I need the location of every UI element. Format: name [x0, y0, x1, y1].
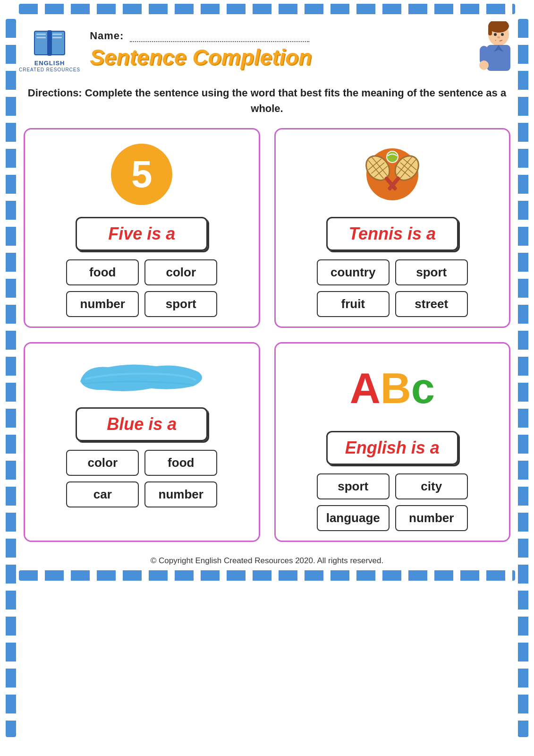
tennis-sentence-text: Tennis is a: [348, 224, 436, 243]
english-sentence-text: English is a: [345, 438, 440, 457]
english-option-sport[interactable]: sport: [317, 473, 390, 499]
footer: © Copyright English Created Resources 20…: [19, 556, 515, 570]
card-tennis-image: [355, 139, 430, 210]
english-option-language[interactable]: language: [317, 505, 390, 531]
svg-rect-3: [36, 34, 46, 35]
svg-rect-9: [488, 26, 492, 35]
blue-sentence-box: Blue is a: [76, 407, 208, 441]
tennis-option-country[interactable]: country: [317, 259, 390, 285]
tennis-sentence-box: Tennis is a: [326, 217, 458, 251]
abc-letter-c: c: [411, 365, 435, 412]
book-icon: [31, 26, 68, 60]
number-five-circle: 5: [111, 144, 172, 205]
abc-icon: ABc: [350, 367, 435, 410]
logo-line2: CREATED RESOURCES: [19, 67, 80, 73]
english-option-number[interactable]: number: [395, 505, 468, 531]
abc-letter-b: B: [381, 365, 411, 412]
tennis-options: country sport fruit street: [317, 259, 468, 317]
card-blue: Blue is a color food car number: [24, 342, 260, 542]
english-options: sport city language number: [317, 473, 468, 531]
svg-rect-6: [52, 37, 62, 38]
logo-label: ENGLISH CREATED RESOURCES: [19, 60, 80, 73]
tennis-option-sport[interactable]: sport: [395, 259, 468, 285]
abc-letter-a: A: [350, 365, 381, 412]
card-five-image: 5: [104, 139, 179, 210]
card-english: ABc English is a sport city language num…: [274, 342, 511, 542]
card-five: 5 Five is a food color number sport: [24, 128, 260, 328]
card-blue-image: [34, 353, 249, 400]
five-option-food[interactable]: food: [66, 259, 139, 285]
header: ENGLISH CREATED RESOURCES Name: Sentence…: [19, 14, 515, 80]
five-options: food color number sport: [66, 259, 217, 317]
svg-point-32: [387, 151, 398, 163]
svg-rect-2: [47, 30, 52, 56]
tennis-option-fruit[interactable]: fruit: [317, 291, 390, 317]
blue-option-food[interactable]: food: [144, 450, 217, 476]
header-center: Name: Sentence Completion: [90, 30, 468, 70]
page-title: Sentence Completion: [90, 44, 312, 70]
name-line: Name:: [90, 30, 309, 42]
english-sentence-box: English is a: [326, 431, 458, 465]
blue-paint-icon: [71, 353, 212, 400]
svg-point-12: [497, 36, 500, 38]
name-label: Name:: [90, 30, 124, 42]
blue-option-number[interactable]: number: [144, 481, 217, 507]
card-english-image: ABc: [355, 353, 430, 424]
svg-point-16: [496, 40, 500, 43]
name-dots: [130, 41, 309, 42]
blue-option-color[interactable]: color: [66, 450, 139, 476]
logo-area: ENGLISH CREATED RESOURCES: [19, 26, 80, 73]
logo-line1: ENGLISH: [19, 60, 80, 67]
five-option-sport[interactable]: sport: [144, 291, 217, 317]
card-tennis: Tennis is a country sport fruit street: [274, 128, 511, 328]
svg-rect-5: [52, 34, 62, 35]
svg-point-10: [494, 33, 497, 36]
left-bar: [6, 19, 16, 737]
blue-option-car[interactable]: car: [66, 481, 139, 507]
five-option-number[interactable]: number: [66, 291, 139, 317]
right-bar: [518, 19, 528, 737]
svg-point-15: [479, 60, 489, 70]
cards-grid: 5 Five is a food color number sport: [24, 128, 510, 542]
number-five-value: 5: [131, 153, 153, 196]
blue-options: color food car number: [66, 450, 217, 507]
blue-sentence-text: Blue is a: [107, 414, 177, 434]
english-option-city[interactable]: city: [395, 473, 468, 499]
svg-point-11: [501, 33, 504, 36]
top-bar: [19, 4, 515, 14]
directions-text: Directions: Complete the sentence using …: [19, 85, 515, 116]
tennis-option-street[interactable]: street: [395, 291, 468, 317]
kid-illustration: [473, 21, 515, 78]
tennis-rackets-icon: [357, 139, 428, 210]
five-sentence-box: Five is a: [76, 217, 208, 251]
svg-rect-4: [36, 37, 46, 38]
five-sentence-text: Five is a: [108, 224, 175, 243]
footer-text: © Copyright English Created Resources 20…: [151, 556, 384, 565]
bottom-bar: [19, 570, 515, 581]
five-option-color[interactable]: color: [144, 259, 217, 285]
